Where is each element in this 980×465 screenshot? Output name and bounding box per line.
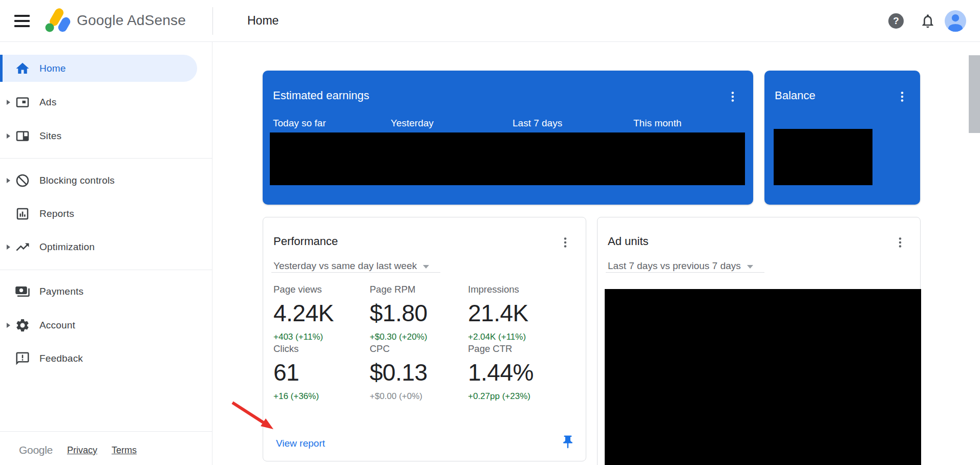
ads-icon bbox=[15, 95, 30, 110]
expand-caret-icon bbox=[7, 245, 10, 250]
kebab-menu-icon[interactable] bbox=[893, 236, 907, 249]
date-range-dropdown[interactable]: Last 7 days vs previous 7 days bbox=[608, 260, 753, 272]
menu-icon[interactable] bbox=[14, 15, 30, 27]
view-report-link[interactable]: View report bbox=[276, 438, 325, 449]
dropdown-underline bbox=[271, 272, 440, 273]
metric-label: Page CTR bbox=[468, 343, 565, 355]
feedback-icon bbox=[15, 351, 30, 366]
metric-page-ctr: Page CTR 1.44% +0.27pp (+23%) bbox=[468, 343, 565, 402]
sidebar-item-payments[interactable]: Payments bbox=[0, 278, 197, 305]
column-header: Yesterday bbox=[391, 118, 434, 129]
sidebar-item-label: Home bbox=[39, 63, 66, 74]
ad-units-card: Ad units Last 7 days vs previous 7 days bbox=[597, 217, 921, 465]
metric-clicks: Clicks 61 +16 (+36%) bbox=[273, 343, 371, 402]
card-title: Balance bbox=[775, 89, 816, 102]
sidebar-item-label: Payments bbox=[39, 286, 83, 297]
metric-value: 61 bbox=[273, 359, 371, 386]
trending-up-icon bbox=[15, 239, 30, 255]
sidebar-item-label: Sites bbox=[39, 130, 61, 142]
sidebar-item-label: Ads bbox=[39, 97, 56, 108]
active-indicator bbox=[0, 55, 3, 82]
gear-icon bbox=[15, 318, 30, 333]
expand-caret-icon bbox=[7, 100, 10, 105]
metric-impressions: Impressions 21.4K +2.04K (+11%) bbox=[468, 284, 565, 342]
sidebar-item-reports[interactable]: Reports bbox=[0, 200, 197, 227]
metric-delta: +$0.30 (+20%) bbox=[370, 332, 467, 342]
metric-label: Page views bbox=[273, 284, 371, 295]
sidebar-item-blocking-controls[interactable]: Blocking controls bbox=[0, 167, 197, 194]
metric-delta: +16 (+36%) bbox=[273, 391, 371, 402]
sidebar: Home Ads Sites Blocking controls bbox=[0, 42, 212, 465]
kebab-menu-icon[interactable] bbox=[726, 90, 739, 103]
metric-label: Page RPM bbox=[370, 284, 467, 295]
dropdown-underline bbox=[606, 272, 764, 273]
metric-label: Impressions bbox=[468, 284, 565, 295]
sidebar-item-label: Blocking controls bbox=[39, 175, 115, 186]
metric-value: 21.4K bbox=[468, 299, 565, 327]
payments-icon bbox=[15, 284, 30, 299]
column-header: This month bbox=[633, 118, 681, 129]
google-wordmark: Google bbox=[19, 444, 53, 456]
kebab-menu-icon[interactable] bbox=[559, 236, 572, 249]
redacted-ad-units-chart bbox=[605, 289, 921, 465]
metric-value: 4.24K bbox=[273, 299, 371, 327]
metric-value: $1.80 bbox=[370, 299, 467, 327]
sidebar-footer-divider bbox=[0, 431, 212, 432]
topbar-divider bbox=[212, 7, 213, 35]
metric-delta: +403 (+11%) bbox=[273, 332, 371, 342]
redacted-balance-value bbox=[774, 129, 872, 185]
sidebar-item-label: Feedback bbox=[39, 353, 83, 364]
sidebar-item-ads[interactable]: Ads bbox=[0, 88, 197, 116]
card-title: Estimated earnings bbox=[273, 89, 369, 102]
terms-link[interactable]: Terms bbox=[112, 445, 137, 456]
metric-delta: +$0.00 (+0%) bbox=[370, 391, 467, 402]
page-title: Home bbox=[247, 14, 279, 28]
metric-cpc: CPC $0.13 +$0.00 (+0%) bbox=[370, 343, 467, 402]
card-title: Ad units bbox=[608, 235, 649, 248]
expand-caret-icon bbox=[7, 178, 10, 183]
avatar[interactable] bbox=[945, 10, 966, 32]
reports-icon bbox=[15, 206, 30, 222]
chevron-down-icon bbox=[423, 265, 429, 269]
expand-caret-icon bbox=[7, 134, 10, 139]
sidebar-divider bbox=[0, 158, 212, 159]
date-range-dropdown[interactable]: Yesterday vs same day last week bbox=[273, 260, 429, 272]
block-icon bbox=[15, 173, 30, 188]
metric-label: CPC bbox=[370, 343, 467, 355]
top-bar: Google AdSense Home ? bbox=[0, 0, 980, 42]
balance-card: Balance bbox=[764, 71, 920, 205]
metric-value: $0.13 bbox=[370, 359, 467, 386]
column-header: Last 7 days bbox=[513, 118, 562, 129]
sites-icon bbox=[15, 128, 30, 144]
kebab-menu-icon[interactable] bbox=[896, 90, 909, 103]
card-title: Performance bbox=[273, 235, 338, 248]
metric-page-rpm: Page RPM $1.80 +$0.30 (+20%) bbox=[370, 284, 467, 342]
help-icon[interactable]: ? bbox=[888, 13, 904, 29]
metric-value: 1.44% bbox=[468, 359, 565, 386]
metric-page-views: Page views 4.24K +403 (+11%) bbox=[273, 284, 371, 342]
sidebar-item-account[interactable]: Account bbox=[0, 312, 197, 339]
notifications-icon[interactable] bbox=[920, 13, 936, 29]
sidebar-item-optimization[interactable]: Optimization bbox=[0, 233, 197, 260]
vertical-scrollbar-thumb[interactable] bbox=[969, 55, 980, 133]
adsense-logo bbox=[44, 8, 71, 34]
sidebar-item-label: Reports bbox=[39, 208, 74, 219]
sidebar-item-sites[interactable]: Sites bbox=[0, 122, 197, 149]
home-icon bbox=[15, 61, 30, 76]
column-header: Today so far bbox=[273, 118, 326, 129]
sidebar-footer: Google Privacy Terms bbox=[19, 442, 137, 458]
privacy-link[interactable]: Privacy bbox=[67, 445, 97, 456]
sidebar-item-home[interactable]: Home bbox=[0, 55, 197, 82]
performance-card: Performance Yesterday vs same day last w… bbox=[263, 217, 586, 461]
pin-icon[interactable] bbox=[560, 434, 576, 450]
date-range-label: Yesterday vs same day last week bbox=[273, 260, 417, 272]
sidebar-item-label: Account bbox=[39, 320, 75, 331]
sidebar-item-feedback[interactable]: Feedback bbox=[0, 345, 197, 372]
sidebar-item-label: Optimization bbox=[39, 241, 95, 253]
estimated-earnings-card: Estimated earnings Today so far Yesterda… bbox=[263, 71, 753, 205]
metric-delta: +0.27pp (+23%) bbox=[468, 391, 565, 402]
sidebar-divider bbox=[0, 270, 212, 270]
date-range-label: Last 7 days vs previous 7 days bbox=[608, 260, 741, 272]
expand-caret-icon bbox=[7, 323, 10, 328]
metric-label: Clicks bbox=[273, 343, 371, 355]
